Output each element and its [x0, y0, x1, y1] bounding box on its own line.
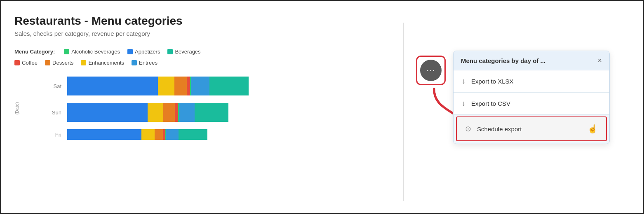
export-csv-label: Export to CSV	[471, 100, 510, 107]
bar-sat	[67, 77, 249, 95]
y-label-fri: Fri	[41, 132, 61, 138]
dropdown-panel: Menu categories by day of ... × ↓ Export…	[453, 51, 610, 144]
legend-item-coffee: Coffee	[14, 60, 38, 66]
bar-fri	[67, 129, 207, 140]
legend-item-appetizers: Appetizers	[127, 49, 160, 55]
bar-fri-seg1	[67, 129, 141, 140]
legend-text-appetizers: Appetizers	[135, 49, 160, 55]
dropdown-title: Menu categories by day of ...	[461, 57, 545, 64]
legend-label: Menu Category:	[14, 49, 55, 55]
legend-color-entrees	[132, 60, 137, 65]
cursor-hand-icon: ☝	[588, 124, 598, 134]
y-label-sun: Sun	[41, 109, 61, 116]
legend-item-alcoholic: Alcoholic Beverages	[64, 49, 120, 55]
chart-row-sat: Sat	[41, 77, 249, 95]
bar-fri-seg7	[179, 129, 207, 140]
ellipsis-icon: ···	[426, 65, 435, 76]
legend-item-entrees: Entrees	[132, 60, 157, 66]
more-options-icon: ···	[420, 60, 442, 81]
chart-rows-container: Sat Sun	[41, 77, 249, 140]
right-panel: ··· Menu categories by day of ... × ↓ Ex…	[404, 14, 643, 213]
bar-sat-seg7	[209, 77, 249, 95]
legend-color-beverages	[167, 49, 173, 54]
legend-text-desserts: Desserts	[52, 60, 73, 66]
legend-item-beverages: Beverages	[167, 49, 200, 55]
export-csv-icon: ↓	[462, 99, 465, 108]
y-axis-container: (Date)	[14, 77, 39, 140]
bar-sun-seg4	[175, 103, 178, 122]
bar-sun-seg2	[148, 103, 163, 122]
dropdown-close-button[interactable]: ×	[597, 57, 602, 64]
bar-sat-seg6	[191, 77, 209, 95]
bar-sat-seg2	[158, 77, 174, 95]
legend-text-alcoholic: Alcoholic Beverages	[71, 49, 120, 55]
y-axis-label: (Date)	[14, 102, 39, 115]
chart-section: (Date) Sat	[14, 77, 403, 140]
more-options-button[interactable]: ···	[416, 56, 446, 85]
legend-item-enhancements: Enhancements	[81, 60, 124, 66]
chart-legend: Menu Category: Alcoholic Beverages Appet…	[14, 49, 403, 66]
bar-fri-seg6	[166, 129, 179, 140]
bar-sat-seg3	[174, 77, 187, 95]
legend-color-enhancements	[81, 60, 86, 65]
dropdown-item-export-xlsx[interactable]: ↓ Export to XLSX	[454, 70, 609, 93]
schedule-export-icon: ⊙	[465, 124, 471, 133]
bar-sat-seg1	[67, 77, 158, 95]
left-panel: Restaurants - Menu categories Sales, che…	[14, 14, 403, 213]
bar-sun-seg3	[163, 103, 175, 122]
page-title: Restaurants - Menu categories	[14, 14, 403, 28]
schedule-export-label: Schedule export	[477, 126, 522, 133]
main-container: Restaurants - Menu categories Sales, che…	[1, 1, 643, 213]
bar-sun-seg1	[67, 103, 148, 122]
legend-text-entrees: Entrees	[139, 60, 157, 66]
export-xlsx-label: Export to XLSX	[471, 78, 514, 85]
dropdown-header: Menu categories by day of ... ×	[454, 51, 609, 70]
legend-color-alcoholic	[64, 49, 69, 54]
legend-color-appetizers	[127, 49, 133, 54]
dropdown-item-schedule-export[interactable]: ⊙ Schedule export ☝	[456, 116, 607, 141]
export-xlsx-icon: ↓	[462, 77, 465, 86]
dropdown-item-export-csv[interactable]: ↓ Export to CSV	[454, 93, 609, 115]
bar-sun-seg6	[179, 103, 195, 122]
bar-fri-seg2	[141, 129, 155, 140]
bar-sat-seg4	[187, 77, 190, 95]
y-label-sat: Sat	[41, 83, 61, 89]
bar-fri-seg3	[155, 129, 163, 140]
chart-row-sun: Sun	[41, 103, 249, 122]
legend-text-enhancements: Enhancements	[88, 60, 124, 66]
chart-row-fri: Fri	[41, 129, 249, 140]
legend-text-beverages: Beverages	[175, 49, 200, 55]
legend-color-desserts	[45, 60, 50, 65]
legend-text-coffee: Coffee	[22, 60, 38, 66]
legend-color-coffee	[14, 60, 20, 65]
page-subtitle: Sales, checks per category, revenue per …	[14, 30, 403, 37]
legend-item-desserts: Desserts	[45, 60, 73, 66]
bar-sun	[67, 103, 228, 122]
bar-sun-seg7	[195, 103, 228, 122]
